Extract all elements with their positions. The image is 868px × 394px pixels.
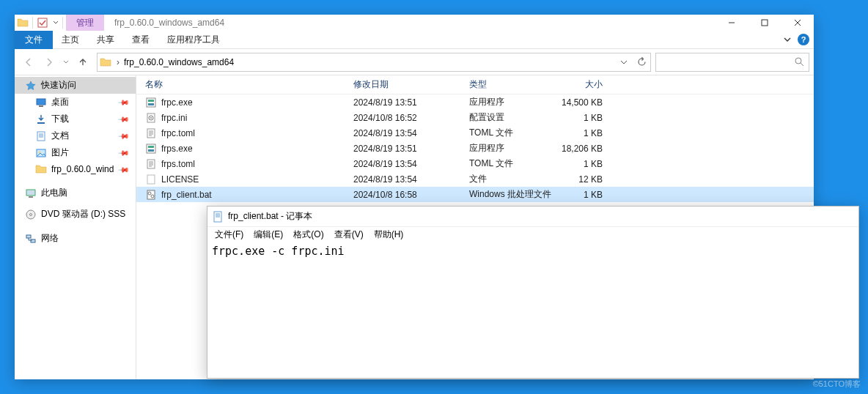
file-type-cell: TOML 文件 [460,127,554,139]
notepad-menu-view[interactable]: 查看(V) [330,228,368,241]
file-type-cell: 应用程序 [460,142,554,155]
svg-point-11 [30,213,32,215]
pin-icon: 📌 [118,146,130,158]
file-name-cell: frpc.toml [136,127,345,139]
ribbon-tab-view[interactable]: 查看 [123,31,158,49]
sidebar-item-document[interactable]: 文档📌 [15,127,136,144]
file-name: frps.toml [161,159,195,169]
sidebar-item-picture[interactable]: 图片📌 [15,144,136,161]
notepad-text-area[interactable]: frpc.exe -c frpc.ini [207,242,858,378]
file-size-cell: 1 KB [554,113,613,123]
maximize-button[interactable] [748,15,781,31]
file-row[interactable]: frp_client.bat2024/10/8 16:58Windows 批处理… [136,187,814,202]
qat-dropdown-icon[interactable] [51,15,61,31]
column-header-name[interactable]: 名称 [136,78,345,91]
svg-rect-12 [26,235,31,238]
file-size-cell: 14,500 KB [554,97,613,108]
file-name: frpc.toml [161,128,195,138]
svg-point-19 [150,117,152,119]
column-header-size[interactable]: 大小 [554,78,613,91]
file-row[interactable]: frps.toml2024/8/19 13:54TOML 文件1 KB [136,156,814,171]
file-name: frpc.ini [161,113,187,123]
minimize-button[interactable] [715,15,748,31]
sidebar-item-label: 桌面 [51,96,69,108]
file-type-cell: TOML 文件 [460,157,554,170]
sidebar-item-download[interactable]: 下载📌 [15,111,136,127]
svg-rect-22 [148,146,154,148]
file-row[interactable]: frpc.toml2024/8/19 13:54TOML 文件1 KB [136,125,814,141]
crumb-chevron-icon[interactable]: › [114,57,122,67]
notepad-menu-edit[interactable]: 编辑(E) [249,228,287,241]
file-type-icon [145,174,157,185]
refresh-button[interactable] [633,53,650,71]
help-button[interactable]: ? [798,34,809,45]
file-row[interactable]: frpc.exe2024/8/19 13:51应用程序14,500 KB [136,94,814,110]
sidebar-item-label: frp_0.60.0_wind [51,164,114,174]
notepad-menu-format[interactable]: 格式(O) [289,228,328,241]
column-header-date[interactable]: 修改日期 [345,78,460,91]
ribbon-expand-button[interactable] [780,32,795,47]
ribbon-file-tab[interactable]: 文件 [15,31,53,49]
sidebar-dvd-drive[interactable]: DVD 驱动器 (D:) SSS [15,206,136,223]
notepad-titlebar: frp_client.bat - 记事本 [207,207,858,227]
file-name-cell: frps.exe [136,143,345,155]
navigation-pane: 快速访问 桌面📌下载📌文档📌图片📌frp_0.60.0_wind📌 此电脑 DV… [15,75,136,379]
notepad-menu-help[interactable]: 帮助(H) [369,228,408,241]
quick-access-toolbar [15,15,65,31]
file-type-cell: 文件 [460,173,554,185]
svg-rect-5 [37,132,45,141]
file-name: LICENSE [161,174,199,185]
address-dropdown-button[interactable] [615,53,633,71]
file-date-cell: 2024/8/19 13:54 [345,128,460,138]
star-icon [25,80,37,92]
ribbon-tab-apptools[interactable]: 应用程序工具 [158,31,229,49]
ribbon-tab-share[interactable]: 共享 [88,31,123,49]
window-controls [715,15,814,31]
contextual-tool-tab[interactable]: 管理 [66,15,104,31]
column-header-type[interactable]: 类型 [460,78,554,91]
svg-rect-4 [39,105,43,107]
sidebar-item-label: 下载 [51,113,69,125]
file-name: frps.exe [161,144,193,154]
sidebar-item-label: 文档 [51,130,69,142]
breadcrumb-segment[interactable]: frp_0.60.0_windows_amd64 [122,53,235,71]
nav-recent-dropdown[interactable] [60,53,72,72]
pin-icon: 📌 [118,163,130,175]
file-row[interactable]: frps.exe2024/8/19 13:51应用程序18,206 KB [136,141,814,156]
qat-separator [32,17,33,29]
close-button[interactable] [781,15,814,31]
address-bar[interactable]: › frp_0.60.0_windows_amd64 [97,53,651,72]
file-type-cell: 配置设置 [460,111,554,124]
nav-bar: › frp_0.60.0_windows_amd64 [15,49,814,75]
nav-up-button[interactable] [73,53,92,72]
notepad-icon [212,211,224,223]
file-row[interactable]: LICENSE2024/8/19 13:54文件12 KB [136,171,814,187]
sidebar-item-folder[interactable]: frp_0.60.0_wind📌 [15,161,136,177]
pin-icon: 📌 [118,130,130,141]
sidebar-network[interactable]: 网络 [15,230,136,247]
sidebar-item-desktop[interactable]: 桌面📌 [15,94,136,111]
notepad-menu-file[interactable]: 文件(F) [210,228,248,241]
file-size-cell: 18,206 KB [554,144,613,154]
ribbon-tab-home[interactable]: 主页 [53,31,88,49]
column-headers: 名称 修改日期 类型 大小 [136,75,814,94]
search-box[interactable] [655,53,809,72]
file-row[interactable]: frpc.ini2024/10/8 16:52配置设置1 KB [136,110,814,125]
nav-back-button[interactable] [19,53,38,72]
svg-rect-15 [148,100,154,102]
file-size-cell: 1 KB [554,190,613,200]
folder-icon [35,163,47,175]
sidebar-quick-access[interactable]: 快速访问 [15,77,136,94]
nav-forward-button[interactable] [40,53,59,72]
file-name: frpc.exe [161,97,193,108]
notepad-window: frp_client.bat - 记事本 文件(F) 编辑(E) 格式(O) 查… [207,206,859,379]
file-type-icon [145,143,157,155]
window-title: frp_0.60.0_windows_amd64 [114,18,224,28]
file-date-cell: 2024/8/19 13:51 [345,97,460,108]
sidebar-this-pc[interactable]: 此电脑 [15,185,136,201]
svg-rect-16 [148,103,154,105]
ribbon-tabs: 文件 主页 共享 查看 应用程序工具 ? [15,31,814,49]
qat-properties-icon[interactable] [34,15,51,31]
address-folder-icon [98,56,114,68]
file-size-cell: 1 KB [554,159,613,169]
